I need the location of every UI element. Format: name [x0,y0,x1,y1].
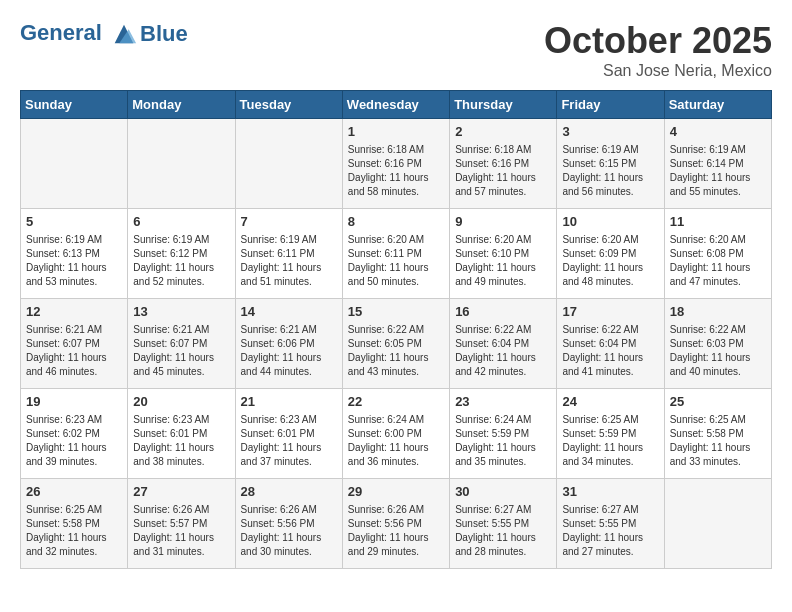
day-number: 2 [455,123,551,141]
calendar-day-17: 17Sunrise: 6:22 AM Sunset: 6:04 PM Dayli… [557,299,664,389]
calendar-day-12: 12Sunrise: 6:21 AM Sunset: 6:07 PM Dayli… [21,299,128,389]
day-info: Sunrise: 6:19 AM Sunset: 6:15 PM Dayligh… [562,143,658,199]
calendar-day-9: 9Sunrise: 6:20 AM Sunset: 6:10 PM Daylig… [450,209,557,299]
day-info: Sunrise: 6:20 AM Sunset: 6:08 PM Dayligh… [670,233,766,289]
calendar-day-2: 2Sunrise: 6:18 AM Sunset: 6:16 PM Daylig… [450,119,557,209]
logo-text-blue: Blue [140,22,188,46]
calendar-day-7: 7Sunrise: 6:19 AM Sunset: 6:11 PM Daylig… [235,209,342,299]
calendar-day-1: 1Sunrise: 6:18 AM Sunset: 6:16 PM Daylig… [342,119,449,209]
day-info: Sunrise: 6:23 AM Sunset: 6:02 PM Dayligh… [26,413,122,469]
calendar-week-0: 1Sunrise: 6:18 AM Sunset: 6:16 PM Daylig… [21,119,772,209]
day-info: Sunrise: 6:25 AM Sunset: 5:59 PM Dayligh… [562,413,658,469]
day-info: Sunrise: 6:20 AM Sunset: 6:11 PM Dayligh… [348,233,444,289]
calendar-day-21: 21Sunrise: 6:23 AM Sunset: 6:01 PM Dayli… [235,389,342,479]
day-number: 24 [562,393,658,411]
calendar-day-22: 22Sunrise: 6:24 AM Sunset: 6:00 PM Dayli… [342,389,449,479]
weekday-header-sunday: Sunday [21,91,128,119]
day-info: Sunrise: 6:22 AM Sunset: 6:04 PM Dayligh… [562,323,658,379]
day-info: Sunrise: 6:25 AM Sunset: 5:58 PM Dayligh… [670,413,766,469]
calendar-day-29: 29Sunrise: 6:26 AM Sunset: 5:56 PM Dayli… [342,479,449,569]
calendar-day-18: 18Sunrise: 6:22 AM Sunset: 6:03 PM Dayli… [664,299,771,389]
page-header: General Blue October 2025 San Jose Neria… [20,20,772,80]
calendar-day-5: 5Sunrise: 6:19 AM Sunset: 6:13 PM Daylig… [21,209,128,299]
day-number: 12 [26,303,122,321]
day-info: Sunrise: 6:26 AM Sunset: 5:57 PM Dayligh… [133,503,229,559]
day-info: Sunrise: 6:21 AM Sunset: 6:06 PM Dayligh… [241,323,337,379]
day-number: 29 [348,483,444,501]
day-number: 9 [455,213,551,231]
day-info: Sunrise: 6:21 AM Sunset: 6:07 PM Dayligh… [26,323,122,379]
day-info: Sunrise: 6:23 AM Sunset: 6:01 PM Dayligh… [241,413,337,469]
day-info: Sunrise: 6:18 AM Sunset: 6:16 PM Dayligh… [455,143,551,199]
day-info: Sunrise: 6:27 AM Sunset: 5:55 PM Dayligh… [455,503,551,559]
logo-text-general: General [20,20,102,45]
calendar-day-28: 28Sunrise: 6:26 AM Sunset: 5:56 PM Dayli… [235,479,342,569]
calendar-table: SundayMondayTuesdayWednesdayThursdayFrid… [20,90,772,569]
calendar-day-31: 31Sunrise: 6:27 AM Sunset: 5:55 PM Dayli… [557,479,664,569]
day-number: 8 [348,213,444,231]
day-info: Sunrise: 6:19 AM Sunset: 6:13 PM Dayligh… [26,233,122,289]
day-number: 28 [241,483,337,501]
calendar-day-15: 15Sunrise: 6:22 AM Sunset: 6:05 PM Dayli… [342,299,449,389]
day-info: Sunrise: 6:27 AM Sunset: 5:55 PM Dayligh… [562,503,658,559]
day-number: 27 [133,483,229,501]
day-number: 16 [455,303,551,321]
calendar-day-19: 19Sunrise: 6:23 AM Sunset: 6:02 PM Dayli… [21,389,128,479]
day-info: Sunrise: 6:22 AM Sunset: 6:05 PM Dayligh… [348,323,444,379]
day-number: 4 [670,123,766,141]
day-info: Sunrise: 6:23 AM Sunset: 6:01 PM Dayligh… [133,413,229,469]
day-info: Sunrise: 6:22 AM Sunset: 6:03 PM Dayligh… [670,323,766,379]
day-info: Sunrise: 6:19 AM Sunset: 6:11 PM Dayligh… [241,233,337,289]
day-info: Sunrise: 6:26 AM Sunset: 5:56 PM Dayligh… [348,503,444,559]
day-number: 7 [241,213,337,231]
day-number: 19 [26,393,122,411]
day-number: 3 [562,123,658,141]
day-info: Sunrise: 6:24 AM Sunset: 6:00 PM Dayligh… [348,413,444,469]
day-number: 6 [133,213,229,231]
day-number: 18 [670,303,766,321]
calendar-day-10: 10Sunrise: 6:20 AM Sunset: 6:09 PM Dayli… [557,209,664,299]
location: San Jose Neria, Mexico [544,62,772,80]
day-info: Sunrise: 6:19 AM Sunset: 6:12 PM Dayligh… [133,233,229,289]
day-info: Sunrise: 6:22 AM Sunset: 6:04 PM Dayligh… [455,323,551,379]
calendar-day-20: 20Sunrise: 6:23 AM Sunset: 6:01 PM Dayli… [128,389,235,479]
title-block: October 2025 San Jose Neria, Mexico [544,20,772,80]
calendar-day-26: 26Sunrise: 6:25 AM Sunset: 5:58 PM Dayli… [21,479,128,569]
month-title: October 2025 [544,20,772,62]
day-number: 22 [348,393,444,411]
day-number: 5 [26,213,122,231]
calendar-day-14: 14Sunrise: 6:21 AM Sunset: 6:06 PM Dayli… [235,299,342,389]
day-number: 20 [133,393,229,411]
calendar-day-27: 27Sunrise: 6:26 AM Sunset: 5:57 PM Dayli… [128,479,235,569]
day-number: 31 [562,483,658,501]
day-info: Sunrise: 6:20 AM Sunset: 6:09 PM Dayligh… [562,233,658,289]
day-number: 11 [670,213,766,231]
weekday-header-thursday: Thursday [450,91,557,119]
calendar-day-3: 3Sunrise: 6:19 AM Sunset: 6:15 PM Daylig… [557,119,664,209]
calendar-day-13: 13Sunrise: 6:21 AM Sunset: 6:07 PM Dayli… [128,299,235,389]
calendar-day-30: 30Sunrise: 6:27 AM Sunset: 5:55 PM Dayli… [450,479,557,569]
day-number: 26 [26,483,122,501]
calendar-day-23: 23Sunrise: 6:24 AM Sunset: 5:59 PM Dayli… [450,389,557,479]
calendar-week-3: 19Sunrise: 6:23 AM Sunset: 6:02 PM Dayli… [21,389,772,479]
calendar-week-2: 12Sunrise: 6:21 AM Sunset: 6:07 PM Dayli… [21,299,772,389]
day-number: 1 [348,123,444,141]
calendar-empty-cell [235,119,342,209]
calendar-day-8: 8Sunrise: 6:20 AM Sunset: 6:11 PM Daylig… [342,209,449,299]
day-info: Sunrise: 6:25 AM Sunset: 5:58 PM Dayligh… [26,503,122,559]
weekday-header-monday: Monday [128,91,235,119]
day-number: 21 [241,393,337,411]
calendar-day-6: 6Sunrise: 6:19 AM Sunset: 6:12 PM Daylig… [128,209,235,299]
weekday-header-saturday: Saturday [664,91,771,119]
calendar-week-4: 26Sunrise: 6:25 AM Sunset: 5:58 PM Dayli… [21,479,772,569]
calendar-empty-cell [128,119,235,209]
calendar-empty-cell [664,479,771,569]
day-number: 10 [562,213,658,231]
day-number: 13 [133,303,229,321]
day-number: 14 [241,303,337,321]
calendar-day-25: 25Sunrise: 6:25 AM Sunset: 5:58 PM Dayli… [664,389,771,479]
day-number: 30 [455,483,551,501]
logo-icon [110,20,138,48]
logo: General Blue [20,20,188,48]
day-number: 23 [455,393,551,411]
